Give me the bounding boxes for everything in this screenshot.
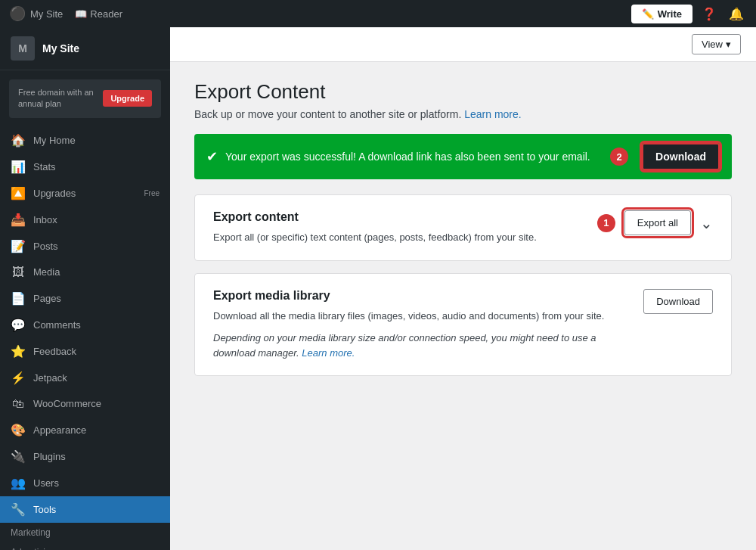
topbar-brand[interactable]: ⚫ My Site: [9, 5, 63, 22]
feedback-icon: ⭐: [11, 344, 26, 359]
export-card-actions: 1 Export all ⌄: [597, 210, 713, 235]
upgrades-icon: 🔼: [11, 186, 26, 200]
jetpack-icon: ⚡: [11, 371, 26, 385]
site-name: My Site: [42, 42, 79, 54]
media-card-text: Export media library Download all the me…: [213, 289, 628, 361]
sidebar-item-stats[interactable]: 📊 Stats: [0, 154, 170, 180]
reader-link[interactable]: 📖 Reader: [75, 8, 122, 20]
sidebar-item-tools[interactable]: 🔧 Tools: [0, 496, 170, 523]
sidebar-item-label: Feedback: [33, 346, 76, 357]
notifications-icon[interactable]: 🔔: [726, 4, 747, 24]
page-subtitle: Back up or move your content to another …: [194, 108, 732, 120]
sidebar-sub-marketing[interactable]: Marketing: [0, 523, 170, 542]
success-banner: ✔ Your export was successful! A download…: [194, 134, 732, 179]
chevron-down-icon: ▾: [726, 39, 731, 50]
sidebar-site[interactable]: M My Site: [0, 27, 170, 70]
free-badge: Free: [144, 189, 160, 197]
sidebar-item-my-home[interactable]: 🏠 My Home: [0, 127, 170, 154]
view-label: View: [702, 39, 723, 50]
sidebar-item-woocommerce[interactable]: 🛍 WooCommerce: [0, 391, 170, 417]
media-card-desc1: Download all the media library files (im…: [213, 309, 628, 324]
plugins-icon: 🔌: [11, 449, 26, 464]
sidebar-item-label: Tools: [33, 504, 56, 515]
upgrade-banner: Free domain with an annual plan Upgrade: [9, 79, 161, 118]
export-card-header: Export content Export all (or specific) …: [213, 210, 713, 245]
sidebar-item-label: Stats: [33, 161, 56, 172]
sidebar-item-label: Media: [33, 266, 60, 278]
sidebar-item-label: WooCommerce: [33, 398, 101, 409]
sidebar-item-appearance[interactable]: 🎨 Appearance: [0, 417, 170, 443]
sidebar-item-label: Inbox: [33, 214, 57, 225]
step2-badge: 2: [610, 148, 628, 166]
media-card-header: Export media library Download all the me…: [213, 289, 713, 361]
expand-button[interactable]: ⌄: [700, 214, 713, 232]
woocommerce-icon: 🛍: [11, 397, 26, 411]
export-card-text: Export content Export all (or specific) …: [213, 210, 537, 245]
media-card-desc2: Depending on your media library size and…: [213, 331, 628, 360]
export-all-button[interactable]: Export all: [624, 210, 691, 235]
posts-icon: 📝: [11, 239, 26, 253]
write-button[interactable]: ✏️ Write: [631, 5, 692, 23]
media-card-actions: Download: [643, 289, 713, 314]
learn-more-link[interactable]: Learn more.: [464, 108, 521, 120]
sidebar-item-label: Comments: [33, 319, 81, 331]
tools-icon: 🔧: [11, 502, 26, 517]
sidebar-item-jetpack[interactable]: ⚡ Jetpack: [0, 365, 170, 391]
download-success-button[interactable]: Download: [642, 143, 720, 170]
media-library-card: Export media library Download all the me…: [194, 273, 732, 377]
upgrade-text: Free domain with an annual plan: [18, 87, 97, 110]
topbar-left: ⚫ My Site 📖 Reader: [9, 5, 122, 22]
reader-icon: 📖: [75, 8, 87, 20]
sidebar-item-upgrades[interactable]: 🔼 Upgrades Free: [0, 180, 170, 207]
pages-icon: 📄: [11, 291, 26, 306]
media-card-title: Export media library: [213, 289, 628, 303]
success-check-icon: ✔: [206, 148, 218, 165]
main-layout: M My Site Free domain with an annual pla…: [0, 27, 756, 550]
content-area: View ▾ Export Content Back up or move yo…: [170, 27, 756, 550]
wordpress-icon: ⚫: [9, 5, 26, 22]
sidebar-item-label: Users: [33, 477, 59, 489]
sidebar-item-inbox[interactable]: 📥 Inbox: [0, 207, 170, 233]
sidebar-item-label: My Home: [33, 135, 76, 146]
stats-icon: 📊: [11, 160, 26, 174]
sidebar-item-label: Appearance: [33, 424, 86, 436]
sidebar-item-label: Upgrades: [33, 188, 76, 199]
sidebar-item-label: Plugins: [33, 451, 66, 462]
write-icon: ✏️: [642, 8, 654, 20]
sidebar-item-label: Jetpack: [33, 372, 67, 384]
inbox-icon: 📥: [11, 213, 26, 227]
step1-badge: 1: [597, 214, 615, 232]
topbar: ⚫ My Site 📖 Reader ✏️ Write ❓ 🔔: [0, 0, 756, 27]
content-body: Export Content Back up or move your cont…: [170, 62, 756, 550]
my-home-icon: 🏠: [11, 133, 26, 148]
media-learn-more-link[interactable]: Learn more.: [302, 347, 355, 359]
sidebar-item-label: Posts: [33, 241, 58, 252]
page-title: Export Content: [194, 80, 732, 104]
export-card-desc: Export all (or specific) text content (p…: [213, 230, 537, 245]
comments-icon: 💬: [11, 318, 26, 332]
sidebar-item-users[interactable]: 👥 Users: [0, 470, 170, 496]
download-media-button[interactable]: Download: [643, 289, 713, 314]
sidebar-item-feedback[interactable]: ⭐ Feedback: [0, 338, 170, 365]
help-icon[interactable]: ❓: [699, 4, 720, 24]
site-avatar: M: [11, 36, 35, 61]
sidebar-nav: 🏠 My Home 📊 Stats 🔼 Upgrades Free 📥 Inbo…: [0, 127, 170, 550]
success-message: Your export was successful! A download l…: [225, 151, 603, 163]
sidebar-item-comments[interactable]: 💬 Comments: [0, 312, 170, 338]
my-site-label: My Site: [30, 8, 63, 20]
sidebar-item-media[interactable]: 🖼 Media: [0, 259, 170, 285]
export-content-card: Export content Export all (or specific) …: [194, 194, 732, 261]
view-button[interactable]: View ▾: [692, 34, 741, 54]
upgrade-button[interactable]: Upgrade: [103, 90, 152, 107]
chevron-down-icon: ⌄: [700, 215, 713, 231]
sidebar-item-pages[interactable]: 📄 Pages: [0, 285, 170, 312]
sidebar-item-posts[interactable]: 📝 Posts: [0, 233, 170, 259]
sidebar-item-plugins[interactable]: 🔌 Plugins: [0, 443, 170, 470]
sidebar: M My Site Free domain with an annual pla…: [0, 27, 170, 550]
appearance-icon: 🎨: [11, 423, 26, 437]
content-topbar: View ▾: [170, 27, 756, 62]
media-icon: 🖼: [11, 266, 26, 279]
sidebar-sub-advertising[interactable]: Advertising: [0, 542, 170, 550]
export-card-title: Export content: [213, 210, 537, 224]
sidebar-item-label: Pages: [33, 293, 61, 304]
